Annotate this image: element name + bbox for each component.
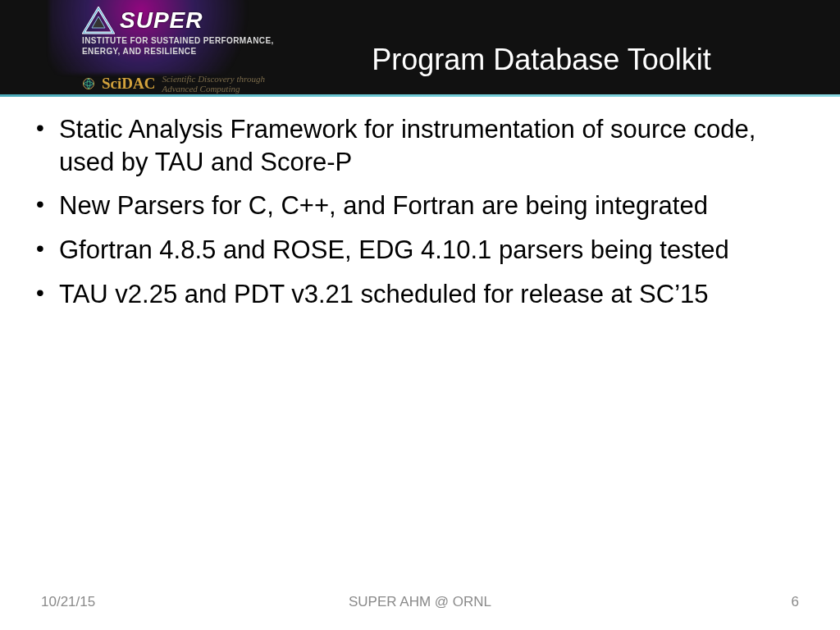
bullet-list: Static Analysis Framework for instrument…	[31, 113, 809, 310]
bullet-item: Static Analysis Framework for instrument…	[31, 113, 809, 178]
slide-body: Static Analysis Framework for instrument…	[0, 97, 840, 630]
scidac-globe-icon	[82, 77, 95, 90]
bullet-item: TAU v2.25 and PDT v3.21 scheduled for re…	[31, 278, 809, 311]
svg-point-3	[84, 79, 94, 89]
super-logo-row: SUPER	[82, 7, 295, 34]
scidac-subtitle: Scientific Discovery through Advanced Co…	[162, 74, 264, 94]
footer-event: SUPER AHM @ ORNL	[0, 594, 840, 610]
scidac-sub-line1: Scientific Discovery through	[162, 74, 264, 84]
super-logo-block: SUPER INSTITUTE FOR SUSTAINED PERFORMANC…	[82, 7, 295, 57]
super-triangle-icon	[82, 7, 115, 34]
footer: 10/21/15 SUPER AHM @ ORNL 6	[0, 594, 840, 619]
footer-page-number: 6	[792, 594, 799, 610]
scidac-label: SciDAC	[102, 75, 155, 93]
super-logo-text: SUPER	[120, 7, 203, 34]
institute-line2: ENERGY, AND RESILIENCE	[82, 47, 197, 56]
scidac-sub-line2: Advanced Computing	[162, 84, 240, 94]
bullet-item: Gfortran 4.8.5 and ROSE, EDG 4.10.1 pars…	[31, 234, 809, 267]
slide-title: Program Database Toolkit	[287, 43, 796, 77]
header-bar: SUPER INSTITUTE FOR SUSTAINED PERFORMANC…	[0, 0, 840, 97]
scidac-block: SciDAC Scientific Discovery through Adva…	[82, 74, 265, 94]
bullet-item: New Parsers for C, C++, and Fortran are …	[31, 189, 809, 222]
institute-tagline: INSTITUTE FOR SUSTAINED PERFORMANCE, ENE…	[82, 36, 295, 57]
slide: SUPER INSTITUTE FOR SUSTAINED PERFORMANC…	[0, 0, 840, 630]
institute-line1: INSTITUTE FOR SUSTAINED PERFORMANCE,	[82, 36, 274, 45]
